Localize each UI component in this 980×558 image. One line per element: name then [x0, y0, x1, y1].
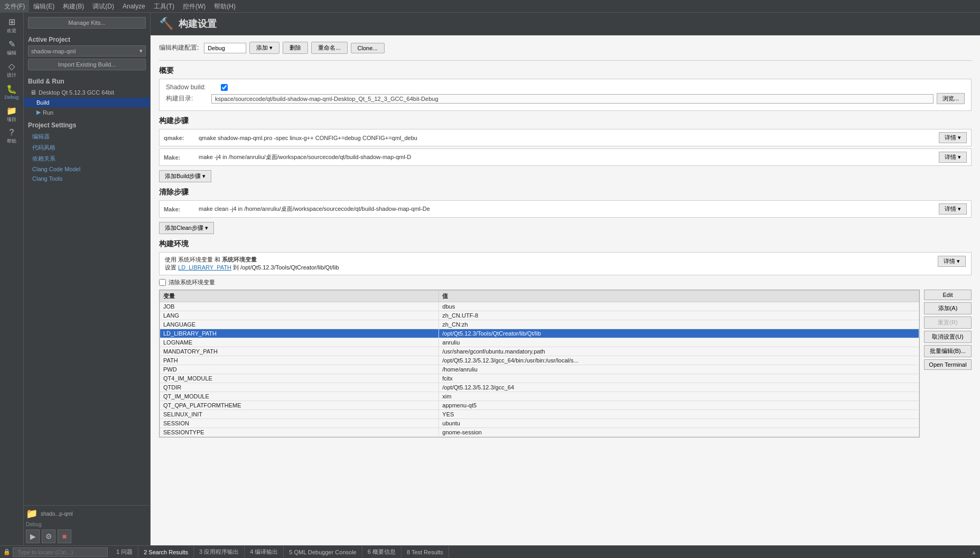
icon-sidebar: ⊞ 欢迎 ✎ 编辑 ◇ 设计 🐛 Debug 📁 项目 ? 帮助: [0, 13, 24, 545]
status-tab-应用程序输出[interactable]: 3 应用程序输出: [194, 546, 245, 559]
menu-controls[interactable]: 控件(W): [179, 0, 210, 13]
kit-item[interactable]: 🖥 Desktop Qt 5.12.3 GCC 64bit: [24, 87, 150, 98]
sidebar-help-btn[interactable]: ? 帮助: [1, 126, 22, 147]
add-build-step-button[interactable]: 添加Build步骤 ▾: [159, 170, 211, 182]
env-var-cell: LANGUAGE: [160, 320, 439, 329]
status-tab-概要信息[interactable]: 6 概要信息: [362, 546, 402, 559]
make-clean-label: Make:: [164, 206, 195, 212]
design-label: 设计: [7, 72, 16, 79]
overview-section-title: 概要: [159, 66, 972, 76]
table-row[interactable]: QT4_IM_MODULEfcitx: [160, 374, 919, 383]
rename-config-button[interactable]: 重命名...: [311, 42, 347, 54]
ps-clang-model[interactable]: Clang Code Model: [24, 164, 150, 174]
make-step: Make: make -j4 in /home/anruliu/桌面/works…: [159, 148, 972, 166]
ps-editor[interactable]: 编辑器: [24, 131, 150, 142]
manage-kits-button[interactable]: Manage Kits...: [28, 17, 146, 29]
env-edit-button[interactable]: Edit: [924, 290, 972, 300]
env-var-cell: QTDIR: [160, 383, 439, 392]
table-row[interactable]: PWD/home/anruliu: [160, 365, 919, 374]
table-row[interactable]: PATH/opt/Qt5.12.3/5.12.3/gcc_64/bin:/usr…: [160, 356, 919, 365]
menu-analyze[interactable]: Analyze: [118, 0, 150, 13]
table-row[interactable]: QT_QPA_PLATFORMTHEMEappmenu-qt5: [160, 401, 919, 410]
table-row[interactable]: SELINUX_INITYES: [160, 410, 919, 419]
table-row[interactable]: SESSIONTYPEgnome-session: [160, 428, 919, 437]
status-tab-search-results[interactable]: 2 Search Results: [138, 546, 194, 559]
menu-help[interactable]: 帮助(H): [210, 0, 240, 13]
table-row[interactable]: QT_IM_MODULExim: [160, 392, 919, 401]
build-run-title: Build & Run: [24, 75, 150, 87]
import-build-button[interactable]: Import Existing Build...: [28, 59, 146, 70]
menu-file[interactable]: 文件(F): [0, 0, 29, 13]
shadow-build-checkbox[interactable]: [221, 84, 228, 91]
env-var-cell: SESSION: [160, 419, 439, 428]
sidebar-project-btn[interactable]: 📁 项目: [1, 104, 22, 125]
content-header: 🔨 构建设置: [151, 13, 980, 35]
sidebar-debug-btn[interactable]: 🐛 Debug: [1, 81, 22, 103]
status-tab-test-results[interactable]: 8 Test Results: [402, 546, 449, 559]
build-dir-input[interactable]: [211, 94, 934, 104]
table-row[interactable]: QTDIR/opt/Qt5.12.3/5.12.3/gcc_64: [160, 383, 919, 392]
clone-config-button[interactable]: Clone...: [351, 43, 385, 53]
status-search-input[interactable]: [13, 547, 108, 557]
env-var-cell: SELINUX_INIT: [160, 410, 439, 419]
menu-build[interactable]: 构建(B): [59, 0, 88, 13]
clear-env-checkbox[interactable]: [159, 279, 166, 286]
env-batch-edit-button[interactable]: 批量编辑(B)...: [924, 345, 972, 357]
table-row[interactable]: SESSION_MANAGERlocal/anruliu:@/tmp/.ICE-…: [160, 437, 919, 438]
status-tabs: 1 问题2 Search Results3 应用程序输出4 编译输出5 QML …: [111, 546, 968, 559]
env-var-cell: SESSION_MANAGER: [160, 437, 439, 438]
build-env-title: 构建环境: [159, 239, 972, 249]
ld-library-path-link[interactable]: LD_LIBRARY_PATH: [178, 264, 231, 271]
make-clean-step: Make: make clean -j4 in /home/anruliu/桌面…: [159, 200, 972, 218]
sidebar-edit-btn[interactable]: ✎ 编辑: [1, 37, 22, 58]
run-nav-item[interactable]: ▶ Run: [24, 107, 150, 117]
env-table-container: 变量 值 JOBdbusLANGzh_CN.UTF-8LANGUAGEzh_CN…: [159, 290, 920, 438]
delete-config-button[interactable]: 删除: [283, 42, 308, 54]
qmake-detail-button[interactable]: 详情 ▾: [939, 132, 967, 143]
run-label: Run: [43, 109, 53, 116]
make-clean-detail-button[interactable]: 详情 ▾: [939, 203, 967, 215]
table-row[interactable]: SESSIONubuntu: [160, 419, 919, 428]
env-val-cell: fcitx: [439, 374, 919, 383]
ps-code-style[interactable]: 代码风格: [24, 142, 150, 153]
table-row[interactable]: LD_LIBRARY_PATH/opt/Qt5.12.3/Tools/QtCre…: [160, 329, 919, 338]
menu-edit[interactable]: 编辑(E): [29, 0, 59, 13]
browse-button[interactable]: 浏览...: [937, 93, 965, 104]
table-row[interactable]: LOGNAMEanruliu: [160, 338, 919, 347]
status-tab-qml-debugger-console[interactable]: 5 QML Debugger Console: [284, 546, 362, 559]
edit-label: 编辑: [7, 50, 16, 57]
make-detail-button[interactable]: 详情 ▾: [939, 152, 967, 163]
build-nav-item[interactable]: Build: [24, 98, 150, 107]
env-detail-button[interactable]: 详情 ▾: [938, 256, 966, 267]
env-val-cell: /opt/Qt5.12.3/5.12.3/gcc_64/bin:/usr/bin…: [439, 356, 919, 365]
stop-button[interactable]: ■: [58, 529, 71, 543]
env-add-button[interactable]: 添加(A): [924, 302, 972, 314]
build-config-select[interactable]: Debug: [204, 43, 246, 53]
env-var-cell: LD_LIBRARY_PATH: [160, 329, 439, 338]
menu-debug[interactable]: 调试(D): [88, 0, 118, 13]
col-val: 值: [439, 291, 919, 302]
menu-tools[interactable]: 工具(T): [150, 0, 179, 13]
env-unset-button[interactable]: 取消设置(U): [924, 331, 972, 343]
table-row[interactable]: LANGzh_CN.UTF-8: [160, 311, 919, 320]
build-deploy-button[interactable]: ⚙: [42, 529, 55, 543]
table-row[interactable]: LANGUAGEzh_CN:zh: [160, 320, 919, 329]
sidebar-design-btn[interactable]: ◇ 设计: [1, 59, 22, 80]
add-clean-step-button[interactable]: 添加Clean步骤 ▾: [159, 222, 214, 234]
status-tab-编译输出[interactable]: 4 编译输出: [245, 546, 284, 559]
expand-icon[interactable]: ▲: [971, 549, 977, 555]
sidebar-welcome-btn[interactable]: ⊞ 欢迎: [1, 15, 22, 36]
env-var-cell: QT4_IM_MODULE: [160, 374, 439, 383]
add-config-button[interactable]: 添加 ▾: [249, 42, 279, 54]
run-button[interactable]: ▶: [26, 529, 40, 543]
env-open-terminal-button[interactable]: Open Terminal: [924, 359, 972, 370]
kit-name: Desktop Qt 5.12.3 GCC 64bit: [39, 89, 114, 96]
active-project-dropdown[interactable]: shadow-map-qml ▾: [28, 45, 146, 57]
status-tab-问题[interactable]: 1 问题: [111, 546, 138, 559]
env-reset-button[interactable]: 重置(R): [924, 317, 972, 329]
ps-clang-tools[interactable]: Clang Tools: [24, 174, 150, 183]
ps-dependencies[interactable]: 依赖关系: [24, 153, 150, 164]
table-row[interactable]: MANDATORY_PATH/usr/share/gconf/ubuntu.ma…: [160, 347, 919, 356]
clean-steps-title: 清除步骤: [159, 188, 972, 197]
table-row[interactable]: JOBdbus: [160, 302, 919, 311]
